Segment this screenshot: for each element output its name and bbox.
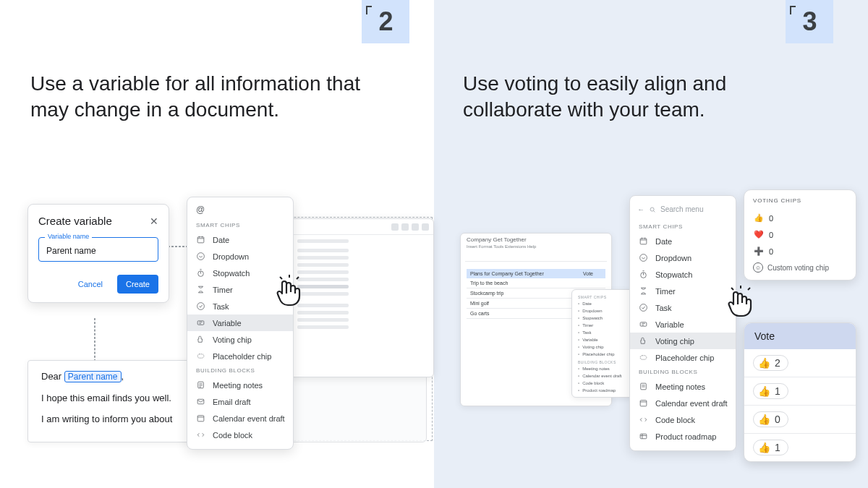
menu-item-timer[interactable]: Timer [630,283,736,299]
insert-menu-right[interactable]: ← Search menu SMART CHIPS Date Dropdown … [629,195,736,451]
email-line-3: I am writing to inform you about [41,414,196,424]
menu-item-calendar-draft[interactable]: Calendar event draft [187,410,293,427]
custom-voting-chip[interactable]: ☺Custom voting chip [753,262,847,273]
menu-label: Code block [655,416,695,424]
flag-icon [366,6,372,14]
svg-rect-0 [197,237,204,243]
create-button[interactable]: Create [117,275,158,294]
timer-icon [196,285,205,294]
vote-result-row: 👍2 [744,349,856,377]
mini-item: ▫ Voting chip [572,343,633,351]
dropdown-icon [196,252,205,261]
svg-rect-17 [640,401,647,406]
chip-count: 0 [769,231,773,239]
menu-section-smart: SMART CHIPS [187,219,293,231]
table-cell: Mini golf [467,299,579,308]
panel-step-2: 2 Use a variable for all information tha… [0,0,434,488]
svg-rect-7 [197,399,204,404]
menu-label: Stopwatch [213,269,250,278]
menu-item-code-block[interactable]: Code block [187,427,293,443]
menu-item-date[interactable]: Date [187,231,293,248]
vote-chip[interactable]: 👍0 [753,411,788,427]
close-icon[interactable]: ✕ [150,215,158,227]
thumbs-up-icon: 👍 [758,385,770,397]
doc-toolbar: Insert Format Tools Extensions Help [461,244,611,253]
menu-item-variable[interactable]: Variable [630,316,736,333]
calendar-icon [639,236,648,246]
menu-item-timer[interactable]: Timer [187,281,293,298]
menu-label: Calendar event draft [655,399,728,408]
menu-item-stopwatch[interactable]: Stopwatch [187,265,293,281]
cancel-button[interactable]: Cancel [69,275,111,294]
insert-menu-left[interactable]: @ SMART CHIPS Date Dropdown Stopwatch Ti… [187,197,294,450]
menu-item-date[interactable]: Date [630,233,736,249]
menu-item-code-block[interactable]: Code block [630,411,736,428]
menu-item-placeholder[interactable]: Placeholder chip [187,348,293,364]
menu-item-placeholder[interactable]: Placeholder chip [630,349,736,366]
menu-item-email-draft[interactable]: Email draft [187,393,293,410]
mini-item: ▫ Timer [572,322,633,329]
menu-label: Voting chip [655,337,694,346]
email-line-2: I hope this email finds you well. [41,393,196,403]
menu-item-meeting-notes[interactable]: Meeting notes [187,377,293,393]
menu-label: Stopwatch [655,270,692,279]
thumbs-up-icon: 👍 [758,357,770,369]
menu-item-dropdown[interactable]: Dropdown [187,248,293,265]
headline-right: Use voting to easily align and collabora… [463,71,803,124]
menu-item-variable[interactable]: Variable [187,314,293,331]
menu-search[interactable]: ← Search menu [630,203,736,221]
table-cell: Trip to the beach [467,278,579,288]
voting-chips-title: VOTING CHIPS [753,197,847,204]
mini-item: ▫ Variable [572,336,633,343]
menu-item-roadmap[interactable]: Product roadmap [630,428,736,445]
search-icon [649,206,656,213]
menu-item-stopwatch[interactable]: Stopwatch [630,266,736,283]
vote-result-row: 👍0 [744,406,856,434]
menu-label: Task [655,304,672,312]
variable-chip[interactable]: Parent name [64,371,122,382]
menu-label: Calendar event draft [213,414,285,423]
vote-result-panel: Vote 👍2 👍1 👍0 👍1 [744,322,856,462]
field-value: Parent name [46,246,96,256]
chip-count: 0 [769,214,773,223]
code-icon [196,430,205,440]
email-line-1: Dear Parent name, [41,371,196,382]
variable-name-field[interactable]: Variable name Parent name [38,237,158,262]
create-variable-dialog: Create variable ✕ Variable name Parent n… [27,204,169,303]
vote-chip[interactable]: 👍1 [753,383,788,399]
notes-icon [196,380,205,390]
smile-icon: ☺ [753,262,763,273]
menu-section: BUILDING BLOCKS [572,358,633,365]
vote-chip[interactable]: 👍1 [753,440,788,455]
menu-item-meeting-notes[interactable]: Meeting notes [630,378,736,395]
dashed-connector [94,318,95,361]
thumbs-up-icon: 👍 [758,414,770,425]
voting-chip-option[interactable]: 👍0 [753,210,847,226]
svg-rect-10 [640,239,647,244]
voting-chip-option[interactable]: ❤️0 [753,226,847,243]
dropdown-icon [639,253,648,262]
voting-chip-option[interactable]: ➕0 [753,243,847,260]
calendar-draft-icon [639,398,648,408]
menu-label: Code block [213,431,252,440]
menu-label: Date [655,237,672,246]
mini-item: ▫ Date [572,300,633,307]
vote-chip[interactable]: 👍2 [753,355,788,371]
calendar-icon [196,235,205,244]
text: , [122,371,124,382]
step-badge-2: 2 [362,0,409,43]
menu-item-task[interactable]: Task [630,299,736,316]
menu-item-calendar-draft[interactable]: Calendar event draft [630,395,736,411]
code-icon [639,415,648,424]
thumbs-up-icon: 👍 [753,213,765,223]
flag-icon [790,6,796,14]
svg-rect-18 [640,434,647,439]
menu-item-voting-chip[interactable]: Voting chip [187,331,293,348]
svg-rect-4 [197,321,204,325]
menu-item-task[interactable]: Task [187,298,293,314]
menu-item-dropdown[interactable]: Dropdown [630,249,736,266]
placeholder-icon [196,351,205,361]
svg-point-3 [197,303,205,310]
menu-item-voting-chip[interactable]: Voting chip [630,333,736,349]
svg-point-11 [640,254,647,262]
